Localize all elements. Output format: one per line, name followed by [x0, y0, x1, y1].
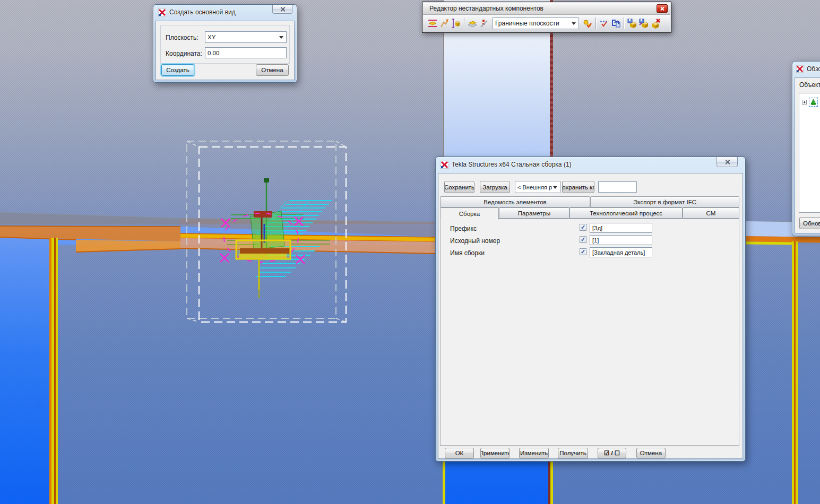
start-number-label: Исходный номер — [450, 237, 500, 245]
component-editor-window: Редактор нестандартных компонентов Грани… — [422, 2, 671, 33]
plane-type-value: Граничные плоскости — [495, 20, 559, 27]
bend-arrow-icon[interactable] — [438, 18, 450, 29]
assembly-name-checkbox[interactable]: ✓ — [580, 248, 586, 255]
assembly-titlebar[interactable]: Tekla Structures x64 Стальная сборка (1) — [436, 157, 745, 172]
column-edge-far-right-3 — [796, 241, 798, 504]
component-editor-toolbar: Граничные плоскости — [423, 15, 670, 32]
coordinate-input[interactable] — [205, 47, 287, 58]
load-button[interactable]: Загрузка — [480, 181, 510, 193]
assembly-cancel-button[interactable]: Отмена — [636, 448, 666, 458]
create-button[interactable]: Создать — [161, 64, 194, 76]
toolbar-separator — [464, 18, 464, 29]
profile-combobox[interactable]: < Внешняя р — [515, 181, 560, 193]
check-icon: ✓ — [581, 224, 585, 230]
assembly-content: Сохранить Загрузка < Внешняя р Сохранить… — [438, 173, 743, 459]
custom-component[interactable] — [220, 178, 332, 298]
toggle-all-checkboxes-button[interactable]: ☑ / ☐ — [598, 448, 626, 458]
component-editor-titlebar[interactable]: Редактор нестандартных компонентов — [423, 3, 670, 15]
save-as-input[interactable] — [598, 181, 637, 193]
profile-combo-value: < Внешняя р — [517, 184, 552, 190]
ok-button[interactable]: ОК — [445, 448, 474, 458]
plane-type-combobox[interactable]: Граничные плоскости — [493, 18, 579, 29]
get-button[interactable]: Получить — [558, 448, 588, 458]
object-tree — [799, 93, 820, 213]
browser-content: Объект Обновить — [795, 77, 820, 233]
chevron-down-icon — [553, 186, 557, 189]
assembly-name-label: Имя сборки — [450, 249, 485, 257]
toolbar-separator — [624, 18, 624, 29]
tree-expander-icon[interactable] — [802, 100, 807, 105]
start-number-checkbox[interactable]: ✓ — [580, 236, 586, 243]
weld-mark-icon[interactable] — [478, 18, 490, 29]
plane-label: Плоскость: — [166, 34, 198, 41]
cancel-button[interactable]: Отмена — [256, 64, 289, 76]
coordinate-label: Координата: — [166, 50, 202, 57]
tab-ifc-export[interactable]: Экспорт в формат IFC — [590, 196, 739, 207]
check-icon: ✓ — [581, 237, 585, 242]
prefix-label: Префикс — [450, 225, 477, 232]
component-editor-close-button[interactable] — [657, 4, 668, 13]
prefix-input[interactable] — [590, 223, 652, 233]
objects-label: Объект — [799, 81, 820, 89]
modify-button[interactable]: Изменить — [519, 448, 549, 458]
export-component-icon[interactable] — [610, 18, 622, 29]
save-as-button[interactable]: Сохранить как — [562, 181, 594, 193]
close-component-icon[interactable] — [650, 18, 661, 29]
component-cone-icon — [810, 99, 817, 106]
tab-assembly[interactable]: Сборка — [440, 207, 499, 220]
assembly-dialog: Tekla Structures x64 Стальная сборка (1)… — [435, 157, 746, 462]
column-edge-left-4 — [56, 238, 58, 504]
tab-cm[interactable]: СМ — [683, 207, 739, 219]
plane-combobox[interactable]: XY — [205, 31, 287, 43]
tree-item-component[interactable] — [809, 98, 817, 106]
tekla-logo-icon — [796, 65, 804, 73]
model-browser-panel: Обзор Объект Обновить — [792, 61, 820, 236]
selection-box[interactable] — [180, 133, 356, 329]
tab-element-list[interactable]: Ведомость элементов — [440, 196, 590, 207]
save-button[interactable]: Сохранить — [444, 181, 474, 193]
check-icon: ✓ — [581, 249, 585, 255]
create-view-close-button[interactable] — [272, 5, 292, 14]
assembly-close-button[interactable] — [717, 157, 738, 167]
tekla-logo-icon — [441, 161, 448, 169]
application-window: Создать основной вид Плоскость: XY Коорд… — [0, 0, 820, 504]
create-view-content: Плоскость: XY Координата: Создать Отмена — [156, 21, 295, 80]
chevron-down-icon — [572, 22, 576, 25]
start-number-input[interactable] — [590, 235, 652, 245]
part-boundary-icon[interactable] — [450, 18, 462, 29]
close-icon — [660, 6, 664, 11]
close-icon — [280, 6, 286, 12]
browser-title: Обзор — [807, 65, 820, 73]
component-editor-title: Редактор нестандартных компонентов — [429, 5, 543, 12]
toolbar-separator — [595, 18, 596, 29]
create-view-title: Создать основной вид — [169, 8, 236, 16]
apply-button[interactable]: Применить — [480, 448, 510, 458]
save-component-icon[interactable] — [626, 18, 638, 29]
assembly-title: Tekla Structures x64 Стальная сборка (1) — [452, 161, 572, 168]
refresh-button[interactable]: Обновить — [799, 217, 820, 229]
tab-process[interactable]: Технологический процесс — [569, 207, 683, 219]
fixed-plane-icon[interactable] — [427, 18, 438, 29]
plane-value: XY — [208, 34, 215, 40]
browser-titlebar[interactable]: Обзор — [792, 62, 820, 76]
dots-check-icon[interactable] — [598, 18, 610, 29]
prefix-checkbox[interactable]: ✓ — [580, 224, 586, 231]
save-as-component-icon[interactable] — [638, 18, 650, 29]
close-icon — [724, 159, 730, 165]
chevron-down-icon — [279, 36, 283, 39]
construction-plane-icon[interactable] — [467, 18, 478, 29]
tab-parameters[interactable]: Параметры — [499, 207, 569, 219]
assembly-tab-page: Префикс ✓ Исходный номер ✓ Имя сборки ✓ — [440, 219, 739, 446]
key-check-icon[interactable] — [582, 18, 593, 29]
wall-panel-lower-right — [798, 241, 820, 504]
tekla-logo-icon — [158, 8, 166, 16]
create-view-dialog: Создать основной вид Плоскость: XY Коорд… — [153, 4, 297, 83]
assembly-name-input[interactable] — [590, 247, 652, 257]
